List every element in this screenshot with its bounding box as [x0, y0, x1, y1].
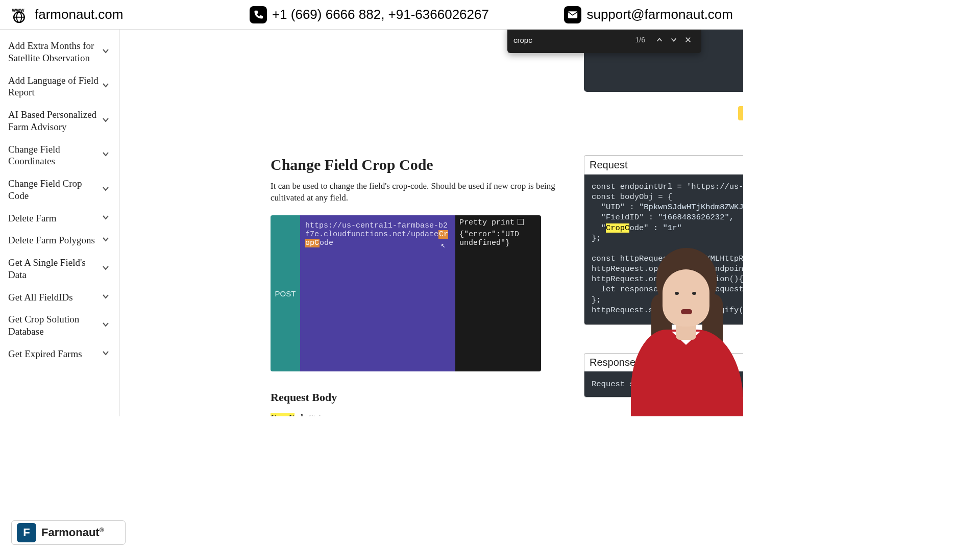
sidebar-item-change-coords[interactable]: Change Field Coordinates: [0, 138, 119, 173]
header-site[interactable]: WWW farmonaut.com: [10, 7, 123, 23]
sidebar-item-label: Add Extra Months for Satellite Observati…: [8, 40, 102, 64]
section-title: Change Field Crop Code: [271, 156, 433, 173]
mail-icon: [564, 6, 581, 23]
sidebar-item-label: Add Language of Field Report: [8, 74, 102, 99]
response-json: {"error":"UID undefined"}: [459, 230, 537, 247]
sidebar-item-label: AI Based Personalized Farm Advisory: [8, 109, 102, 133]
sidebar-item-get-single-field[interactable]: Get A Single Field's Data: [0, 252, 119, 286]
api-response-preview: Pretty print {"error":"UID undefined"}: [455, 215, 541, 371]
sidebar-item-delete-farm[interactable]: Delete Farm: [0, 207, 119, 230]
chevron-down-icon: [102, 46, 110, 58]
email-text[interactable]: support@farmonaut.com: [586, 7, 733, 22]
chevron-down-icon: [102, 291, 110, 304]
sidebar-item-get-all-fieldids[interactable]: Get All FieldIDs: [0, 286, 119, 309]
sidebar-item-label: Delete Farm: [8, 212, 56, 224]
request-body-heading: Request Body: [271, 391, 337, 404]
search-highlight: CropC: [606, 223, 630, 233]
cursor-icon: ↖: [441, 241, 445, 249]
chevron-down-icon: [102, 184, 110, 196]
chevron-down-icon: [102, 234, 110, 246]
sidebar-item-label: Change Field Crop Code: [8, 178, 102, 202]
section-description: It can be used to change the field's cro…: [271, 181, 556, 204]
search-highlight: CropC: [271, 413, 295, 416]
api-example-block: POST https://us-central1-farmbase-b2f7e.…: [271, 215, 541, 371]
find-prev-button[interactable]: [652, 33, 667, 47]
phone-icon: [250, 6, 267, 23]
request-body-param: CropCode String: [271, 413, 329, 416]
chevron-down-icon: [102, 149, 110, 161]
sidebar-item-label: Get All FieldIDs: [8, 291, 73, 304]
sidebar-item-label: Change Field Coordinates: [8, 143, 102, 168]
sidebar-item-ai-advisory[interactable]: AI Based Personalized Farm Advisory: [0, 104, 119, 138]
top-header: WWW farmonaut.com +1 (669) 6666 882, +91…: [0, 0, 743, 30]
main-content: 1/6 Change Field Crop Code It can be use…: [119, 30, 743, 416]
http-method-badge: POST: [271, 215, 300, 371]
phone-text[interactable]: +1 (669) 6666 882, +91-6366026267: [272, 7, 489, 22]
find-close-button[interactable]: [681, 33, 695, 47]
find-in-page-bar: 1/6: [507, 30, 701, 53]
chevron-down-icon: [102, 115, 110, 127]
sidebar: Add Extra Months for Satellite Observati…: [0, 30, 119, 416]
endpoint-url: https://us-central1-farmbase-b2f7e.cloud…: [300, 215, 455, 371]
pretty-print-toggle[interactable]: Pretty print: [459, 218, 537, 227]
chevron-down-icon: [102, 80, 110, 92]
sidebar-item-get-crop-solution[interactable]: Get Crop Solution Database: [0, 308, 119, 343]
sidebar-item-add-extra-months[interactable]: Add Extra Months for Satellite Observati…: [0, 35, 119, 69]
chevron-down-icon: [102, 319, 110, 332]
header-email[interactable]: support@farmonaut.com: [564, 6, 733, 23]
sidebar-item-add-language[interactable]: Add Language of Field Report: [0, 69, 119, 104]
chevron-down-icon: [102, 348, 110, 360]
sidebar-item-change-crop-code[interactable]: Change Field Crop Code: [0, 172, 119, 207]
request-panel-title: Request: [590, 159, 628, 171]
presenter-avatar: [621, 243, 743, 416]
find-input[interactable]: [513, 36, 635, 44]
sidebar-item-label: Delete Farm Polygons: [8, 234, 95, 246]
chevron-down-icon: [102, 263, 110, 275]
sidebar-item-label: Get A Single Field's Data: [8, 257, 102, 281]
header-phone[interactable]: +1 (669) 6666 882, +91-6366026267: [250, 6, 489, 23]
find-next-button[interactable]: [667, 33, 681, 47]
checkbox-icon[interactable]: [518, 219, 524, 225]
svg-text:WWW: WWW: [12, 7, 24, 12]
sidebar-item-label: Get Expired Farms: [8, 348, 82, 360]
sidebar-item-get-expired[interactable]: Get Expired Farms: [0, 343, 119, 365]
find-count: 1/6: [635, 36, 645, 44]
site-url[interactable]: farmonaut.com: [35, 7, 123, 22]
www-icon: WWW: [10, 7, 30, 23]
chevron-down-icon: [102, 212, 110, 224]
sidebar-item-delete-polygons[interactable]: Delete Farm Polygons: [0, 229, 119, 252]
sidebar-item-label: Get Crop Solution Database: [8, 313, 102, 338]
right-tab-sliver[interactable]: [738, 106, 743, 120]
